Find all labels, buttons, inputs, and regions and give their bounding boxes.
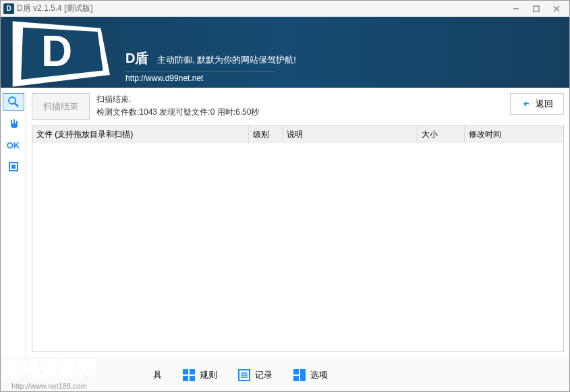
svg-rect-1: [534, 6, 539, 11]
undo-icon: [521, 99, 532, 109]
col-mtime[interactable]: 修改时间: [464, 126, 563, 143]
tab-label: 规则: [200, 369, 217, 381]
svg-line-8: [15, 103, 18, 107]
search-icon: [7, 96, 20, 108]
svg-point-7: [9, 97, 16, 104]
col-size[interactable]: 大小: [417, 126, 464, 143]
list-icon: [237, 368, 251, 382]
return-button[interactable]: 返回: [510, 93, 564, 115]
banner: D D盾 主动防御, 默默为你的网站保驾护航! http://www.d99ne…: [1, 17, 569, 88]
titlebar: D D盾 v2.1.5.4 [测试版]: [1, 1, 569, 17]
window-title: D盾 v2.1.5.4 [测试版]: [17, 3, 511, 14]
app-icon: D: [3, 3, 14, 14]
tab-tool[interactable]: 具: [144, 365, 171, 385]
svg-rect-13: [183, 376, 188, 381]
scan-button[interactable]: 扫描结束: [32, 93, 90, 120]
tab-log[interactable]: 记录: [228, 364, 282, 386]
status-text: 扫描结束. 检测文件数:1043 发现可疑文件:0 用时:6.50秒: [96, 93, 503, 119]
banner-subtitle: 主动防御, 默默为你的网站保驾护航!: [157, 55, 296, 65]
box-icon: [7, 161, 20, 173]
col-level[interactable]: 级别: [248, 126, 282, 143]
hand-icon: [7, 117, 20, 130]
col-desc[interactable]: 说明: [282, 126, 417, 143]
return-label: 返回: [536, 98, 553, 110]
sidebar: OK: [1, 88, 26, 358]
svg-rect-12: [190, 369, 195, 374]
banner-url: http://www.d99net.net: [125, 71, 274, 83]
minimize-button[interactable]: [511, 4, 521, 13]
tab-label: 记录: [255, 369, 273, 381]
svg-rect-21: [293, 376, 299, 381]
results-table[interactable]: 文件 (支持拖放目录和扫描) 级别 说明 大小 修改时间: [32, 125, 564, 352]
sidebar-item-shield[interactable]: [3, 115, 24, 132]
close-button[interactable]: [552, 4, 561, 13]
ok-icon: OK: [7, 140, 20, 150]
svg-text:D: D: [41, 27, 72, 76]
tab-rules[interactable]: 规则: [173, 364, 227, 386]
window-controls: [511, 4, 567, 13]
sidebar-item-box[interactable]: [3, 158, 24, 175]
svg-rect-10: [11, 165, 16, 169]
status-line-1: 扫描结束.: [96, 93, 503, 106]
svg-rect-11: [183, 369, 188, 374]
sidebar-item-scan[interactable]: [3, 93, 24, 111]
banner-title: D盾: [125, 49, 148, 67]
bottom-tabs: 具 规则 记录 选项: [1, 358, 569, 391]
grid-icon: [182, 368, 196, 382]
svg-rect-19: [293, 369, 299, 374]
col-file[interactable]: 文件 (支持拖放目录和扫描): [32, 126, 248, 143]
tiles-icon: [293, 368, 306, 382]
status-line-2: 检测文件数:1043 发现可疑文件:0 用时:6.50秒: [96, 106, 503, 119]
sidebar-item-ok[interactable]: OK: [3, 136, 24, 154]
logo: D: [1, 17, 119, 88]
svg-rect-14: [190, 376, 195, 381]
tab-label: 选项: [310, 369, 328, 381]
svg-rect-20: [300, 369, 306, 381]
maximize-button[interactable]: [532, 4, 541, 13]
tab-label: 具: [153, 369, 162, 381]
tab-options[interactable]: 选项: [283, 364, 337, 386]
